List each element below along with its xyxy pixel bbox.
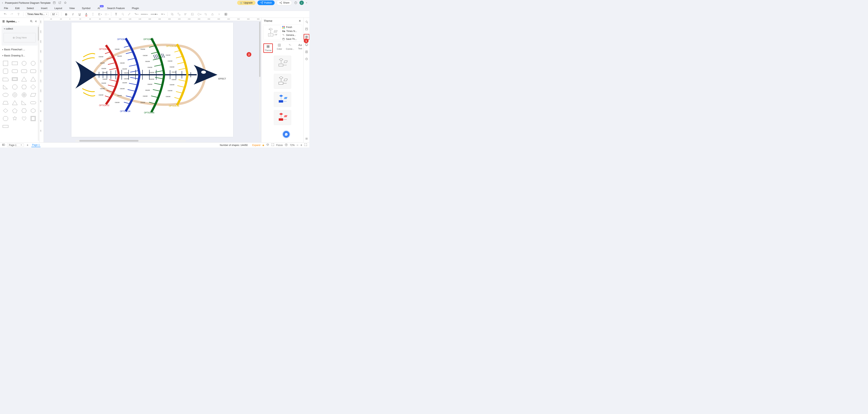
canvas-page[interactable]: EFFECT OPTION 02 OPTION 04 OPTION 06 OPT… <box>71 23 233 137</box>
history-icon[interactable] <box>304 57 309 61</box>
shape-rounded-rect[interactable] <box>11 68 18 74</box>
focus-label[interactable]: Focus <box>276 144 283 147</box>
text-style-button[interactable] <box>91 12 95 17</box>
shape-pill[interactable] <box>30 100 37 106</box>
horizontal-scrollbar[interactable] <box>75 140 186 141</box>
add-page-button[interactable]: + <box>26 144 29 147</box>
theme-option-2[interactable] <box>274 74 291 89</box>
collect-section[interactable]: ▾collect <box>2 26 38 32</box>
shape-diamond2[interactable] <box>2 107 9 114</box>
image-button[interactable] <box>190 12 195 17</box>
tab-theme[interactable]: Theme <box>265 45 272 52</box>
group-button[interactable] <box>170 12 175 17</box>
shape-star[interactable] <box>11 116 18 122</box>
shape-hex2[interactable] <box>21 107 28 114</box>
line-dash-button[interactable]: ▾ <box>160 12 165 17</box>
text-tool-button[interactable]: T <box>114 12 118 17</box>
spacing-button[interactable]: ▾ <box>104 12 109 17</box>
shape-square[interactable] <box>2 60 9 66</box>
shape-rounded-rect3[interactable] <box>30 68 37 74</box>
fill-button[interactable] <box>120 12 125 17</box>
table-button[interactable] <box>223 12 228 17</box>
share-out-icon[interactable] <box>58 1 62 4</box>
format-painter-button[interactable] <box>16 12 21 17</box>
zoom-value[interactable]: 72% <box>290 144 294 147</box>
shape-triangle[interactable] <box>21 76 28 82</box>
presentation-icon[interactable] <box>304 42 309 47</box>
upgrade-button[interactable]: 🛒Upgrade <box>237 1 255 5</box>
shape-diamond[interactable] <box>30 84 37 90</box>
shape-double-sq[interactable] <box>30 116 37 122</box>
bold-button[interactable]: B <box>64 12 68 17</box>
theme-fresh-row[interactable]: Fresh <box>282 26 301 29</box>
avatar[interactable]: c <box>300 1 304 5</box>
shape-parallelogram[interactable] <box>30 92 37 98</box>
underline-button[interactable]: U <box>77 12 82 17</box>
shape-heart[interactable] <box>21 116 28 122</box>
effects-button[interactable]: ▾ <box>197 12 202 17</box>
menu-ai[interactable]: AIhot <box>97 7 100 10</box>
chat-fab[interactable] <box>283 131 289 138</box>
back-button[interactable]: ‹ <box>2 1 3 4</box>
undo-button[interactable] <box>3 12 7 17</box>
menu-rail-icon[interactable] <box>304 136 309 141</box>
lock-button[interactable] <box>210 12 215 17</box>
publish-button[interactable]: Publish <box>257 0 275 5</box>
shape-snip[interactable] <box>2 76 9 82</box>
tab-text[interactable]: Aa Text <box>298 43 302 50</box>
notes-icon[interactable] <box>304 50 309 54</box>
export-panel-icon[interactable] <box>304 27 309 31</box>
page-tab[interactable]: Page-1 <box>31 143 41 147</box>
theme-option-3[interactable] <box>274 92 291 107</box>
search-icon[interactable] <box>30 20 33 23</box>
menu-plugin[interactable]: Plugin <box>132 7 139 10</box>
shape-donut[interactable] <box>11 92 18 98</box>
sidebar-scrollbar[interactable] <box>38 25 39 141</box>
font-selector[interactable]: Times New Ro...▼ <box>26 12 49 16</box>
avatar-dropdown[interactable]: ▼ <box>306 2 307 4</box>
shape-circle[interactable] <box>21 60 28 66</box>
fullscreen-icon[interactable] <box>304 143 307 147</box>
theme-save-row[interactable]: Save Th... <box>282 38 301 40</box>
shape-right-tri[interactable] <box>2 84 9 90</box>
arrow-style-button[interactable]: ▾ <box>150 12 158 17</box>
fill-panel-icon[interactable] <box>304 20 309 24</box>
shape-hex[interactable] <box>21 84 28 90</box>
font-color-button[interactable]: A <box>84 12 89 17</box>
star-icon[interactable] <box>64 1 67 4</box>
shape-triangle3[interactable] <box>11 100 18 106</box>
italic-button[interactable]: I <box>70 12 75 17</box>
collapse-sidebar-icon[interactable] <box>34 20 37 23</box>
share-button[interactable]: Share <box>277 0 292 5</box>
shape-double-rect[interactable] <box>11 76 18 82</box>
drag-here-area[interactable]: ⊕Drag Here <box>4 33 36 42</box>
shape-circle2[interactable] <box>30 60 37 66</box>
page-layout-icon[interactable] <box>2 143 5 147</box>
theme-font-row[interactable]: AaTimes N... <box>282 30 301 33</box>
align-button[interactable]: ▾ <box>97 12 102 17</box>
sidebar-dropdown[interactable]: ⌄ <box>18 21 20 22</box>
menu-insert[interactable]: Insert <box>41 7 48 10</box>
shape-right-tri2[interactable] <box>21 100 28 106</box>
shape-oct[interactable] <box>11 84 18 90</box>
vertical-scrollbar[interactable] <box>259 22 260 132</box>
shape-donut2[interactable] <box>21 92 28 98</box>
align-objects-button[interactable] <box>183 12 188 17</box>
menu-layout[interactable]: Layout <box>55 7 62 10</box>
crop-button[interactable] <box>204 12 208 17</box>
line-weight-button[interactable]: ▾ <box>141 12 148 17</box>
font-size-selector[interactable]: 12▼ <box>51 12 59 16</box>
layers-icon[interactable] <box>266 143 269 147</box>
theme-connector-row[interactable]: Genera... <box>282 34 301 36</box>
tab-color[interactable]: Color <box>277 43 282 50</box>
shape-rounded-sq[interactable] <box>2 68 9 74</box>
close-theme-panel[interactable]: ✕ <box>299 19 301 23</box>
focus-target-icon[interactable] <box>271 143 274 147</box>
menu-symbol[interactable]: Symbol <box>82 7 90 10</box>
theme-option-1[interactable] <box>274 56 291 71</box>
tab-connector[interactable]: Conne... <box>286 43 294 50</box>
shape-oct2[interactable] <box>2 116 9 122</box>
tools-button[interactable] <box>217 12 221 17</box>
zoom-in[interactable]: + <box>301 144 302 147</box>
redo-button[interactable] <box>9 12 14 17</box>
